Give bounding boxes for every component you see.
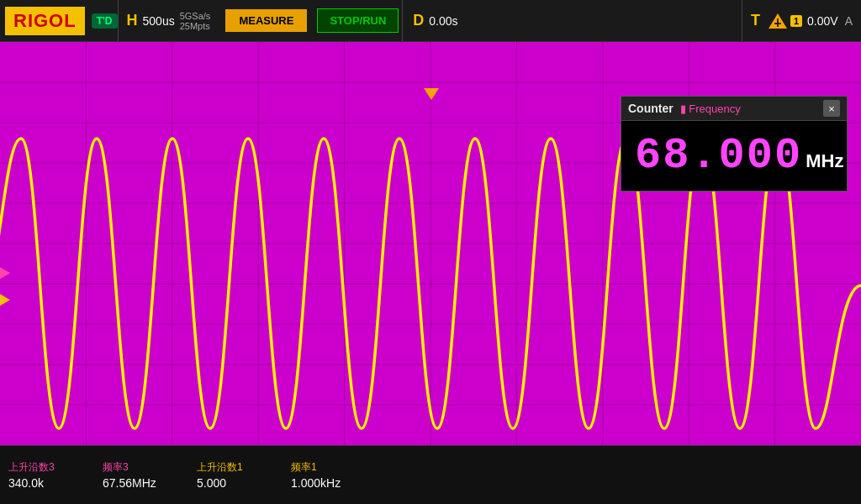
sample-rate: 5GSa/s	[180, 11, 211, 21]
counter-title: Counter	[628, 102, 673, 115]
counter-panel: Counter ▮ Frequency × 68.000MHz	[621, 96, 848, 192]
t-label: T	[751, 12, 760, 29]
h-section: H 500us 5GSa/s 25Mpts	[118, 0, 219, 41]
measure-button[interactable]: MEASURE	[225, 9, 307, 32]
meas-label-1: 频率3	[103, 460, 170, 475]
h-value: 500us	[143, 14, 175, 28]
top-bar: RIGOL T'D H 500us 5GSa/s 25Mpts MEASURE …	[0, 0, 861, 42]
meas-value-0: 340.0k	[8, 476, 76, 490]
meas-value-3: 1.000kHz	[291, 476, 358, 490]
meas-item-3: 频率1 1.000kHz	[291, 460, 358, 490]
measurements-bar: 上升沿数3 340.0k 频率3 67.56MHz 上升沿数1 5.000 频率…	[0, 445, 861, 504]
trig-mode: A	[845, 14, 853, 28]
counter-channel: ▮ Frequency	[680, 102, 741, 115]
rigol-logo: RIGOL	[5, 7, 85, 35]
trigger-marker	[424, 88, 439, 100]
d-section: D 0.00s	[402, 0, 467, 41]
counter-value-area: 68.000MHz	[621, 121, 847, 191]
meas-label-0: 上升沿数3	[8, 460, 76, 475]
h-label: H	[127, 12, 138, 29]
counter-frequency-unit: MHz	[806, 150, 843, 171]
d-label: D	[413, 12, 424, 29]
meas-value-1: 67.56MHz	[103, 476, 170, 490]
counter-header: Counter ▮ Frequency ×	[621, 97, 847, 121]
meas-label-3: 频率1	[291, 460, 358, 475]
counter-frequency-value: 68.000	[635, 131, 802, 181]
meas-item-1: 频率3 67.56MHz	[103, 460, 170, 490]
ch1-level-marker	[0, 294, 10, 306]
scope-area: Counter ▮ Frequency × 68.000MHz	[0, 42, 861, 445]
trigger-icon	[769, 13, 787, 29]
meas-item-0: 上升沿数3 340.0k	[8, 460, 76, 490]
td-badge: T'D	[92, 13, 118, 29]
stoprun-button[interactable]: STOP/RUN	[317, 8, 399, 33]
meas-item-2: 上升沿数1 5.000	[197, 460, 264, 490]
meas-value-2: 5.000	[197, 476, 264, 490]
trig-value: 0.00V	[807, 14, 838, 28]
trig-channel-badge: 1	[790, 15, 802, 27]
d-value: 0.00s	[429, 14, 457, 28]
ch3-level-marker	[0, 267, 10, 279]
meas-label-2: 上升沿数1	[197, 460, 264, 475]
t-section: T 1 0.00V A	[742, 0, 861, 41]
counter-close-button[interactable]: ×	[823, 100, 840, 117]
memory-depth: 25Mpts	[180, 21, 211, 31]
sample-info: 5GSa/s 25Mpts	[180, 11, 211, 31]
